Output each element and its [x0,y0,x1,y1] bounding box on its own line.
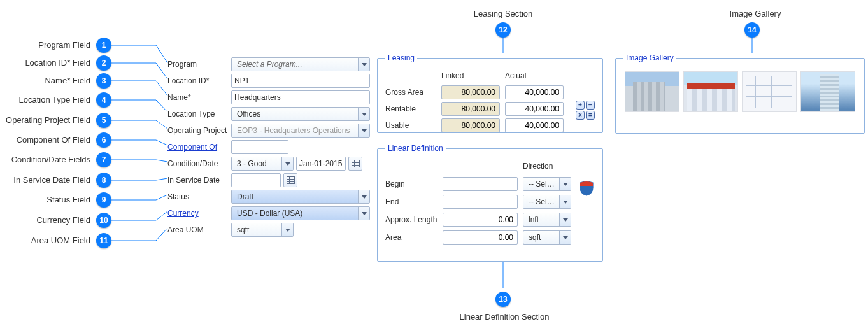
component-of-input[interactable] [231,140,288,154]
gallery-thumbnail[interactable] [683,71,738,112]
area-input[interactable] [443,230,518,244]
calc-mult-button[interactable]: × [576,111,585,120]
callout-label-component-of: Component Of Field [0,135,90,145]
callout-label-status: Status Field [0,195,90,204]
approx-length-unit-select[interactable]: lnft [523,213,571,227]
callout-badge-3: 3 [96,73,111,89]
area-uom-label: Area UOM [166,225,231,234]
program-label: Program [166,60,231,69]
approx-length-input[interactable] [443,213,518,227]
gallery-thumbnail[interactable] [625,71,679,112]
operating-project-select[interactable]: EOP3 - Headquarters Operations [231,124,370,138]
calendar-button[interactable] [283,173,297,187]
callout-badge-12: 12 [495,22,511,38]
leasing-header-linked: Linked [441,71,500,80]
location-id-input[interactable] [231,74,370,88]
begin-direction-select[interactable]: -- Select - [523,177,571,191]
end-label: End [385,197,438,206]
callout-label-linear-def: Linear Definition Section [453,312,555,322]
callout-label-location-type: Location Type Field [0,95,90,104]
end-direction-select[interactable]: -- Select - [523,195,571,209]
begin-input[interactable] [443,177,518,191]
direction-header: Direction [523,162,571,173]
calc-minus-button[interactable]: − [586,101,595,110]
chevron-down-icon [358,190,369,203]
program-select[interactable]: Select a Program... [231,57,370,71]
currency-link[interactable]: Currency [166,209,231,218]
callout-label-location-id: Location ID* Field [0,58,90,67]
area-label: Area [385,233,438,242]
component-of-link[interactable]: Component Of [166,143,231,152]
callout-badge-10: 10 [96,213,111,228]
gallery-thumbnail[interactable] [742,71,797,112]
begin-label: Begin [385,180,438,188]
leasing-legend: Leasing [385,53,417,62]
location-id-label: Location ID* [166,76,231,85]
calendar-button[interactable] [348,157,362,171]
gross-actual-input[interactable] [505,85,564,99]
chevron-down-icon [281,223,293,236]
approx-length-label: Approx. Length [385,216,438,224]
in-service-date-label: In Service Date [166,176,231,185]
in-service-date-input[interactable] [231,173,281,187]
area-unit-select[interactable]: sqft [523,230,571,244]
callout-badge-6: 6 [96,132,111,148]
leasing-header-actual: Actual [505,71,564,80]
chevron-down-icon [358,108,369,120]
route-shield-icon [580,181,594,196]
currency-select[interactable]: USD - Dollar (USA) [231,206,370,220]
chevron-down-icon [559,178,571,190]
calc-eq-button[interactable]: = [586,111,595,120]
image-gallery-section: Image Gallery [615,53,865,134]
operating-project-label: Operating Project [166,126,231,135]
callout-badge-5: 5 [96,113,111,128]
callout-badge-2: 2 [96,55,111,71]
callout-badge-11: 11 [96,233,111,248]
callout-label-leasing: Leasing Section [471,9,535,18]
area-uom-select[interactable]: sqft [231,223,294,237]
gallery-thumbnail[interactable] [800,71,855,112]
linear-definition-legend: Linear Definition [385,144,446,153]
calendar-icon [287,176,295,184]
calc-plus-button[interactable]: + [576,101,585,110]
status-label: Status [166,192,231,201]
calc-button-group: + − × = [576,101,595,120]
callout-badge-8: 8 [96,173,111,188]
usable-actual-input[interactable] [505,118,564,132]
callout-badge-1: 1 [96,38,111,53]
chevron-down-icon [559,195,571,208]
callout-label-operating-project: Operating Project Field [0,115,90,125]
location-type-select[interactable]: Offices [231,107,370,121]
leasing-section: Leasing Linked Actual Gross Area Rentabl… [377,53,603,133]
calendar-icon [352,160,360,167]
gross-linked-input[interactable] [441,85,500,99]
callout-badge-4: 4 [96,92,111,108]
chevron-down-icon [559,231,571,244]
callout-badge-9: 9 [96,192,111,208]
condition-date-input[interactable] [296,157,346,171]
chevron-down-icon [358,124,369,137]
rentable-linked-input[interactable] [441,102,500,116]
end-input[interactable] [443,195,518,209]
condition-date-label: Condition/Date [166,159,231,168]
chevron-down-icon [358,58,369,71]
condition-select[interactable]: 3 - Good [231,157,294,171]
name-label: Name* [166,93,231,102]
callout-badge-13: 13 [495,292,511,307]
name-input[interactable] [231,90,370,104]
status-select[interactable]: Draft [231,190,370,204]
chevron-down-icon [358,207,369,220]
leasing-row-label-gross: Gross Area [385,88,436,97]
usable-linked-input[interactable] [441,118,500,132]
chevron-down-icon [281,157,293,170]
callout-label-gallery: Image Gallery [723,9,787,18]
form-column: Program Select a Program... Location ID*… [166,57,370,239]
linear-definition-section: Linear Definition Direction Begin -- Sel… [377,144,603,262]
leasing-row-label-rentable: Rentable [385,104,436,113]
callout-label-program: Program Field [0,40,90,50]
rentable-actual-input[interactable] [505,102,564,116]
image-gallery-legend: Image Gallery [623,53,676,62]
callout-label-in-service-date: In Service Date Field [0,175,90,185]
callout-label-area-uom: Area UOM Field [0,236,90,245]
location-type-label: Location Type [166,110,231,118]
